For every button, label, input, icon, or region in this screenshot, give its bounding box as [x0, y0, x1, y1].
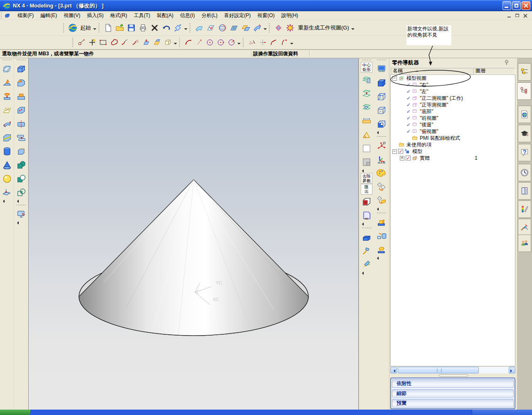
- scroll-right-button[interactable]: [509, 367, 515, 373]
- project-curve-icon[interactable]: [141, 37, 152, 48]
- point-on-curve-icon[interactable]: [194, 37, 204, 48]
- pin-icon[interactable]: [504, 59, 510, 65]
- windows-taskbar[interactable]: [0, 410, 532, 415]
- tree-row[interactable]: ✓"底部": [391, 108, 515, 115]
- layer-visible-icon[interactable]: [360, 100, 373, 114]
- export-button[interactable]: 匯出: [361, 184, 372, 195]
- title-bar[interactable]: NX 4 - Modeling - [3.prt （修改的） ]: [0, 0, 532, 11]
- nc-output-icon[interactable]: NC: [360, 208, 373, 222]
- toolbar-grip[interactable]: [362, 59, 371, 61]
- solid-tool-icon[interactable]: [360, 230, 373, 244]
- tab-assembly-navigator[interactable]: [518, 63, 531, 81]
- circle-radius-icon[interactable]: [226, 37, 237, 48]
- menu-l[interactable]: 分析(L): [198, 12, 221, 19]
- curve-flip-icon[interactable]: [279, 37, 290, 48]
- point-icon[interactable]: [87, 37, 98, 48]
- circle-group-dropdown[interactable]: [237, 37, 241, 48]
- cylinder-icon[interactable]: [0, 144, 14, 158]
- unite-icon[interactable]: [15, 158, 28, 172]
- tree-node-label[interactable]: "右": [420, 82, 429, 89]
- save-icon[interactable]: [126, 22, 137, 34]
- toolbar-grip[interactable]: [17, 59, 26, 61]
- collapse-arrow[interactable]: [359, 222, 374, 226]
- visible-check-icon[interactable]: ✓: [406, 115, 411, 121]
- arc-icon[interactable]: [183, 37, 194, 48]
- datum-csys-icon[interactable]: [0, 185, 14, 199]
- hollow-icon[interactable]: [15, 103, 28, 117]
- extrude-icon[interactable]: [0, 89, 14, 103]
- offset-body-icon[interactable]: [15, 144, 28, 158]
- view-group-dropdown[interactable]: [263, 22, 267, 34]
- collapse-node-icon[interactable]: −: [392, 149, 397, 154]
- tab-history[interactable]: [518, 164, 531, 181]
- tree-node-label[interactable]: "俯視圖": [420, 128, 438, 135]
- wcs-dynamics-icon[interactable]: [375, 138, 388, 152]
- toolbar-grip[interactable]: [63, 23, 65, 32]
- repair-tool-icon[interactable]: [360, 244, 373, 257]
- panel-bar-0[interactable]: 依附性: [392, 379, 514, 388]
- tree-node-label[interactable]: "前視圖": [420, 115, 438, 122]
- menu-p[interactable]: 喜好設定(P): [221, 12, 254, 19]
- visible-check-icon[interactable]: ✓: [406, 102, 411, 108]
- toolbar-grip[interactable]: [377, 212, 386, 214]
- panel-bar-1[interactable]: 細節: [392, 389, 514, 398]
- shaded-sheet-icon[interactable]: [193, 22, 205, 34]
- column-name-header[interactable]: 名稱: [393, 67, 403, 74]
- collapse-arrow[interactable]: [374, 131, 389, 135]
- tree-row[interactable]: ✓"俯視圖": [391, 128, 515, 135]
- close-button[interactable]: [522, 1, 530, 10]
- graphics-viewport[interactable]: YC XC: [28, 58, 359, 410]
- fillet-curve-icon[interactable]: [130, 37, 141, 48]
- menubar-grip[interactable]: [1, 12, 2, 19]
- sphere-icon[interactable]: [0, 172, 14, 185]
- wireframe-display-icon[interactable]: [375, 89, 388, 103]
- curve-analysis-icon[interactable]: [284, 22, 296, 34]
- toolbar-grip[interactable]: [362, 227, 371, 229]
- toolbar-grip[interactable]: [190, 23, 192, 32]
- child-restore-button[interactable]: [515, 13, 521, 18]
- menu-t[interactable]: 工具(T): [131, 12, 153, 19]
- collapse-arrow[interactable]: [0, 199, 14, 203]
- tree-row[interactable]: ✓"正二測視圖" (工作): [391, 95, 515, 101]
- panel-sash[interactable]: [389, 373, 517, 378]
- toolbar-grip[interactable]: [269, 23, 271, 32]
- suppress-checkbox[interactable]: ✓: [406, 156, 411, 161]
- layer-settings-icon[interactable]: [360, 73, 373, 86]
- orient-view-icon[interactable]: [172, 22, 184, 34]
- regen-dropdown-caret[interactable]: [351, 22, 355, 34]
- menu-o[interactable]: 視窗(O): [254, 12, 278, 19]
- toolbar-grip[interactable]: [377, 136, 386, 138]
- profile-icon[interactable]: [76, 37, 87, 48]
- rotate-view-icon[interactable]: [217, 22, 228, 34]
- pocket-icon[interactable]: [375, 229, 388, 242]
- menu-e[interactable]: 編輯(E): [37, 12, 60, 19]
- tab-web-browser[interactable]: [518, 106, 531, 123]
- system-tray[interactable]: [472, 410, 532, 415]
- circle-icon[interactable]: [204, 37, 215, 48]
- tree-row[interactable]: ✓"後退": [391, 121, 515, 128]
- menu-s[interactable]: 插入(S): [84, 12, 107, 19]
- studio-spline-icon[interactable]: [108, 37, 119, 48]
- collapse-arrow[interactable]: [374, 207, 389, 211]
- scrollbar-thumb[interactable]: [398, 367, 479, 373]
- visible-check-icon[interactable]: ✓: [406, 128, 411, 134]
- curve-group-dropdown[interactable]: [173, 37, 177, 48]
- grid-sheet-icon[interactable]: [228, 22, 240, 34]
- column-layer-header[interactable]: 圖層: [473, 68, 515, 74]
- sew-icon[interactable]: [15, 131, 28, 144]
- child-close-button[interactable]: [522, 13, 529, 18]
- collapse-node-icon[interactable]: −: [392, 76, 397, 81]
- expand-node-icon[interactable]: +: [400, 156, 404, 161]
- section-display-icon[interactable]: [375, 117, 388, 131]
- tree-node-label[interactable]: "正二測視圖" (工作): [420, 95, 463, 102]
- suppress-checkbox[interactable]: ✓: [398, 149, 403, 154]
- tree-node-label[interactable]: 實體: [420, 155, 430, 162]
- center-rectangle-button[interactable]: 中心矩形: [361, 62, 372, 73]
- tree-node-label[interactable]: 未使用的項: [406, 141, 431, 148]
- child-window-icon[interactable]: [4, 12, 11, 19]
- toolbar-grip[interactable]: [179, 38, 181, 47]
- tree-row[interactable]: −模型視圖: [391, 75, 515, 82]
- facet-body-icon[interactable]: [360, 195, 373, 208]
- boss-icon[interactable]: [375, 215, 388, 229]
- tree-row[interactable]: +✓實體1: [391, 155, 515, 161]
